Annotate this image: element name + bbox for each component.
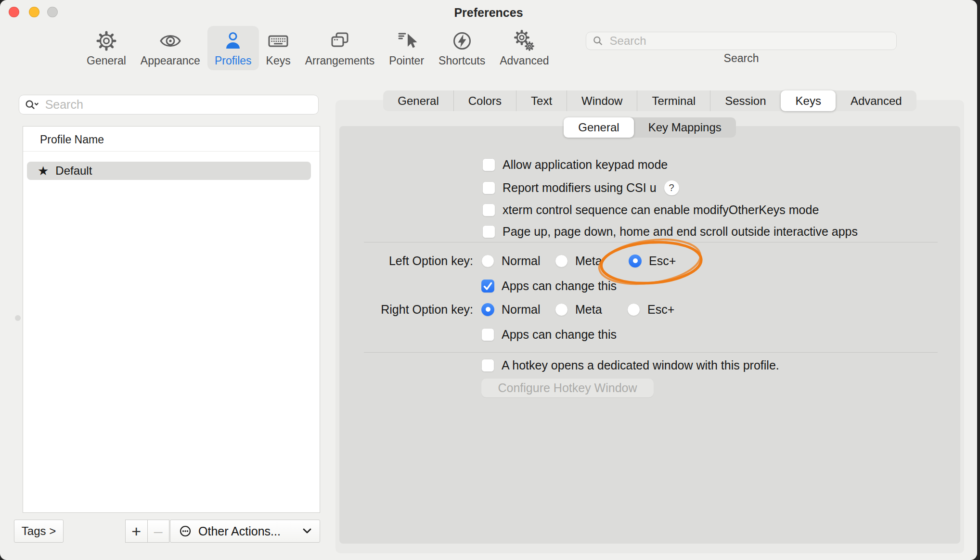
- minus-icon: –: [154, 522, 163, 540]
- list-header-divider: [23, 151, 320, 152]
- radio-right-esc[interactable]: [627, 303, 640, 316]
- checkbox-row-csi-u[interactable]: Report modifiers using CSI u ?: [482, 180, 679, 195]
- chevron-down-icon: [302, 528, 312, 535]
- left-option-normal[interactable]: Normal: [481, 254, 541, 268]
- toolbar-label-profiles: Profiles: [215, 54, 252, 67]
- other-actions-label: Other Actions...: [198, 524, 302, 538]
- toolbar: General Appearance Profiles: [79, 26, 556, 70]
- tab-colors[interactable]: Colors: [453, 90, 516, 111]
- right-option-esc[interactable]: Esc+: [627, 302, 674, 317]
- profile-list-header: Profile Name: [40, 133, 104, 146]
- radio-left-meta[interactable]: [555, 255, 568, 267]
- ellipsis-circle-icon: [178, 524, 193, 538]
- checkbox-right-apps-change[interactable]: [481, 328, 494, 341]
- windows-icon: [328, 29, 352, 53]
- toolbar-item-advanced[interactable]: Advanced: [492, 26, 556, 70]
- tab-advanced[interactable]: Advanced: [836, 90, 916, 111]
- tab-keys[interactable]: Keys: [781, 90, 836, 111]
- add-profile-button[interactable]: +: [125, 520, 147, 543]
- configure-hotkey-window-button: Configure Hotkey Window: [481, 379, 654, 397]
- profile-list: Profile Name ★ Default: [23, 126, 320, 513]
- keys-subtabs: General Key Mappings: [564, 117, 735, 138]
- left-option-meta[interactable]: Meta: [555, 254, 602, 268]
- profile-tabbar: General Colors Text Window Terminal Sess…: [383, 90, 916, 111]
- hotkey-checkbox-row[interactable]: A hotkey opens a dedicated window with t…: [481, 358, 779, 372]
- subtab-general[interactable]: General: [564, 117, 633, 138]
- keys-subtab-wrap: General Key Mappings: [335, 117, 964, 138]
- add-remove-group: + –: [125, 520, 169, 543]
- right-option-key-label: Right Option key:: [335, 302, 473, 317]
- toolbar-item-shortcuts[interactable]: Shortcuts: [431, 26, 492, 70]
- tab-text[interactable]: Text: [516, 90, 567, 111]
- right-apps-can-change[interactable]: Apps can change this: [481, 327, 617, 342]
- tags-button-label: Tags >: [22, 524, 56, 538]
- right-option-normal[interactable]: Normal: [481, 302, 541, 317]
- toolbar-label-pointer: Pointer: [389, 54, 424, 67]
- checkbox-modifyotherkeys[interactable]: [482, 204, 495, 216]
- section-divider: [364, 242, 938, 242]
- tags-button[interactable]: Tags >: [14, 520, 64, 543]
- cursor-icon: [395, 29, 419, 53]
- splitter-handle[interactable]: [15, 315, 21, 321]
- tab-session[interactable]: Session: [710, 90, 780, 111]
- checkbox-label: Page up, page down, home and end scroll …: [503, 225, 858, 239]
- profile-search-input[interactable]: [44, 97, 313, 112]
- other-actions-dropdown[interactable]: Other Actions...: [170, 520, 320, 543]
- eye-icon: [158, 29, 182, 53]
- toolbar-search-field[interactable]: [586, 32, 897, 50]
- toolbar-item-appearance[interactable]: Appearance: [133, 26, 207, 70]
- profile-name: Default: [55, 164, 92, 178]
- left-option-key-label: Left Option key:: [335, 254, 473, 268]
- left-option-esc[interactable]: Esc+: [629, 254, 676, 268]
- section-divider: [364, 352, 938, 353]
- checkmark-icon: [481, 280, 494, 293]
- tab-general[interactable]: General: [383, 90, 453, 111]
- toolbar-search-input[interactable]: [609, 34, 890, 48]
- toolbar-label-keys: Keys: [266, 54, 291, 67]
- keyboard-icon: [266, 29, 290, 53]
- checkbox-row-page-scroll[interactable]: Page up, page down, home and end scroll …: [482, 224, 858, 239]
- preferences-window: Preferences General Appearance: [0, 0, 977, 560]
- checkbox-row-keypad-mode[interactable]: Allow application keypad mode: [482, 157, 668, 172]
- radio-right-normal[interactable]: [481, 303, 494, 316]
- tab-window[interactable]: Window: [567, 90, 637, 111]
- search-menu-icon: [24, 98, 39, 112]
- checkbox-page-scroll[interactable]: [482, 225, 495, 238]
- radio-left-esc[interactable]: [629, 255, 642, 267]
- toolbar-search-caption: Search: [586, 52, 897, 65]
- toolbar-item-keys[interactable]: Keys: [259, 26, 298, 70]
- radio-left-normal[interactable]: [481, 255, 494, 267]
- toolbar-label-general: General: [87, 54, 126, 67]
- checkbox-left-apps-change[interactable]: [481, 280, 494, 293]
- left-apps-can-change[interactable]: Apps can change this: [481, 279, 617, 293]
- toolbar-label-shortcuts: Shortcuts: [438, 54, 485, 67]
- checkbox-keypad-mode[interactable]: [482, 158, 495, 171]
- toolbar-item-arrangements[interactable]: Arrangements: [298, 26, 382, 70]
- person-icon: [221, 29, 245, 53]
- checkbox-label: xterm control sequence can enable modify…: [503, 203, 819, 217]
- checkbox-hotkey-window[interactable]: [481, 359, 494, 372]
- toolbar-item-general[interactable]: General: [79, 26, 133, 70]
- toolbar-label-advanced: Advanced: [500, 54, 549, 67]
- plus-icon: +: [131, 522, 141, 541]
- checkbox-label: Report modifiers using CSI u: [503, 181, 657, 195]
- tab-terminal[interactable]: Terminal: [637, 90, 710, 111]
- toolbar-item-profiles[interactable]: Profiles: [207, 26, 259, 70]
- help-button[interactable]: ?: [664, 180, 679, 195]
- checkbox-csi-u[interactable]: [482, 181, 495, 194]
- right-option-meta[interactable]: Meta: [555, 302, 602, 317]
- search-icon: [592, 35, 604, 47]
- window-title: Preferences: [0, 6, 977, 20]
- subtab-key-mappings[interactable]: Key Mappings: [634, 117, 736, 138]
- radio-right-meta[interactable]: [555, 303, 568, 316]
- checkbox-row-modifyotherkeys[interactable]: xterm control sequence can enable modify…: [482, 203, 819, 217]
- bolt-circle-icon: [450, 29, 474, 53]
- toolbar-item-pointer[interactable]: Pointer: [382, 26, 431, 70]
- profile-row-default[interactable]: ★ Default: [27, 162, 311, 180]
- toolbar-label-appearance: Appearance: [141, 54, 200, 67]
- checkbox-label: Allow application keypad mode: [503, 158, 668, 172]
- profile-search-field[interactable]: [19, 95, 319, 115]
- star-icon: ★: [38, 165, 49, 177]
- gears-icon: [512, 29, 536, 53]
- gear-icon: [94, 29, 118, 53]
